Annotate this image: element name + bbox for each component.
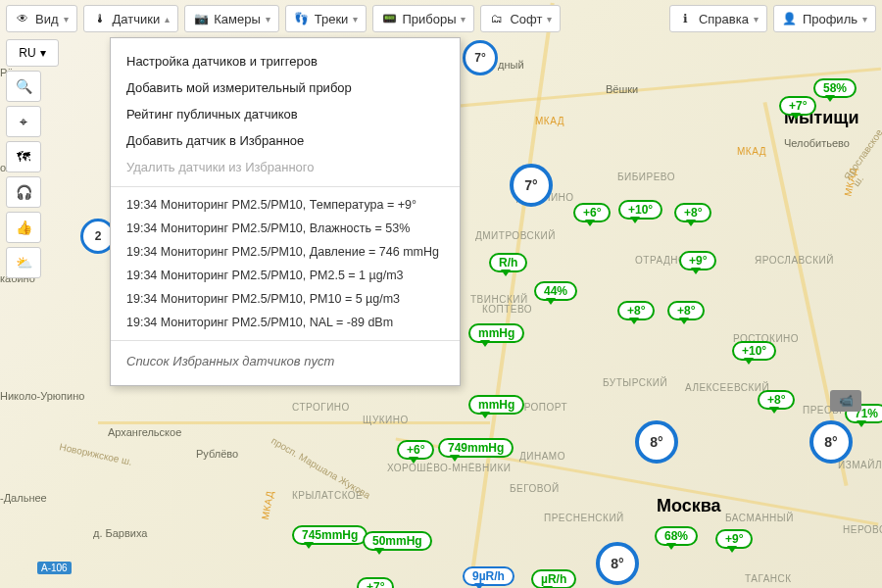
sensor-pill[interactable]: mmHg: [468, 323, 524, 343]
sensor-pill[interactable]: R/h: [489, 253, 527, 272]
language-selector[interactable]: RU▾: [6, 39, 59, 67]
support-button[interactable]: 🎧: [6, 176, 41, 208]
sensor-pill[interactable]: 745mmHg: [292, 525, 368, 545]
area-yarosl: ЯРОСЛАВСКИЙ: [755, 255, 834, 266]
stack-icon: 🗂: [489, 11, 505, 26]
footprints-icon: 👣: [294, 11, 310, 26]
separator: [111, 186, 460, 187]
chevron-up-icon: ▴: [165, 14, 170, 24]
sensor-pill[interactable]: 9µR/h: [463, 566, 514, 586]
help-menu-button[interactable]: ℹСправка▾: [669, 5, 767, 32]
chevron-down-icon: ▾: [754, 14, 759, 24]
sensor-circle[interactable]: 8°: [596, 542, 639, 585]
chevron-down-icon: ▾: [266, 14, 270, 24]
chevron-down-icon: ▾: [40, 46, 46, 60]
separator: [111, 340, 460, 341]
thermometer-icon: 🌡: [92, 11, 108, 26]
sensor-pill[interactable]: +6°: [573, 203, 611, 222]
like-button[interactable]: 👍: [6, 212, 41, 243]
menu-label: Камеры: [214, 12, 261, 26]
sensors-menu-button[interactable]: 🌡Датчики▴: [83, 5, 179, 32]
sensor-log-line: 19:34 Мониторинг PM2.5/PM10, PM10 = 5 µg…: [111, 287, 460, 311]
chevron-down-icon: ▾: [461, 14, 466, 24]
sensor-pill[interactable]: 58%: [813, 78, 857, 98]
road-shield-a106: А-106: [37, 562, 72, 574]
sensor-circle[interactable]: 7°: [510, 164, 553, 207]
sensor-pill[interactable]: 68%: [655, 526, 698, 546]
area-bibirevo: БИБИРЕВО: [617, 172, 675, 182]
sensor-pill[interactable]: +7°: [779, 96, 816, 116]
search-button[interactable]: 🔍: [6, 71, 41, 102]
label-mkad4: МКАД: [842, 167, 858, 198]
magnifier-icon: 🔍: [16, 78, 32, 94]
sensor-pill[interactable]: +10°: [618, 200, 662, 220]
sensor-pill[interactable]: 50mmHg: [363, 531, 432, 551]
eye-icon: 👁: [15, 11, 30, 26]
sensor-pill[interactable]: 749mmHg: [438, 438, 514, 458]
sensor-pill[interactable]: +8°: [617, 301, 655, 320]
sensor-pill[interactable]: 44%: [534, 281, 577, 301]
dropdown-item-rating[interactable]: Рейтинг публичных датчиков: [111, 101, 460, 127]
target-icon: ⌖: [20, 114, 27, 130]
camera-marker[interactable]: 📹: [830, 390, 861, 412]
sensor-circle[interactable]: 7°: [463, 40, 498, 75]
city-label-moscow: Москва: [657, 496, 721, 516]
cameras-menu-button[interactable]: 📷Камеры▾: [184, 5, 279, 32]
layers-icon: 🗺: [17, 149, 30, 165]
area-basman: БАСМАННЫЙ: [725, 513, 794, 523]
dropdown-item-configure[interactable]: Настройка датчиков и триггеров: [111, 48, 460, 74]
top-toolbar: 👁Вид▾ 🌡Датчики▴ 📷Камеры▾ 👣Треки▾ 📟Прибор…: [6, 5, 876, 32]
sensor-circle[interactable]: 8°: [809, 420, 853, 464]
place-nikolo: Николо-Урюпино: [0, 390, 84, 402]
dropdown-item-add-favorite[interactable]: Добавить датчик в Избранное: [111, 127, 460, 154]
sensor-log-line: 19:34 Мониторинг PM2.5/PM10, Температура…: [111, 193, 460, 217]
view-menu-button[interactable]: 👁Вид▾: [6, 5, 77, 32]
sensor-pill[interactable]: +6°: [397, 440, 434, 460]
area-krylat: КРЫЛАТСКОЕ: [292, 490, 363, 501]
device-icon: 📟: [381, 11, 397, 26]
devices-menu-button[interactable]: 📟Приборы▾: [372, 5, 474, 32]
sensor-pill[interactable]: mmHg: [468, 395, 524, 415]
sensor-log-line: 19:34 Мониторинг PM2.5/PM10, PM2.5 = 1 µ…: [111, 264, 460, 287]
sensor-pill[interactable]: +8°: [758, 390, 795, 410]
sensor-pill[interactable]: µR/h: [531, 569, 576, 588]
info-icon: ℹ: [678, 11, 694, 26]
sensor-pill[interactable]: +7°: [357, 577, 394, 588]
sensor-pill[interactable]: +9°: [715, 529, 753, 549]
label-mkad2: МКАД: [535, 116, 564, 126]
area-tagan: ТАГАНСК: [745, 573, 792, 584]
layers-button[interactable]: 🗺: [6, 141, 41, 172]
profile-menu-button[interactable]: 👤Профиль▾: [773, 5, 876, 32]
dropdown-item-add-device[interactable]: Добавить мой измерительный прибор: [111, 74, 460, 101]
chevron-down-icon: ▾: [547, 14, 552, 24]
area-begovoy: БЕГОВОЙ: [510, 483, 560, 494]
thumbs-up-icon: 👍: [16, 220, 32, 235]
area-strogino: СТРОГИНО: [292, 402, 350, 413]
dropdown-item-remove-favorite: Удалить датчики из Избранного: [111, 154, 460, 180]
sensor-pill[interactable]: +8°: [674, 203, 711, 222]
area-dmitrov: ДМИТРОВСКИЙ: [475, 230, 556, 241]
area-presn: ПРЕСНЕНСКИЙ: [544, 513, 624, 523]
place-chelobit: Челобитьево: [784, 137, 850, 149]
sensor-pill[interactable]: +8°: [667, 301, 705, 320]
left-tool-column: RU▾ 🔍 ⌖ 🗺 🎧 👍 ⛅: [6, 39, 59, 278]
menu-label: Справка: [699, 12, 749, 26]
area-tvinskiy: ТВИНСКИЙ: [470, 294, 528, 305]
sensor-log-line: 19:34 Мониторинг PM2.5/PM10, Влажность =…: [111, 217, 460, 240]
chevron-down-icon: ▾: [862, 14, 867, 24]
sensor-circle[interactable]: 8°: [635, 420, 678, 464]
place-rublevo: Рублёво: [196, 448, 238, 460]
place-dalnee: -Дальнее: [0, 492, 47, 504]
chevron-down-icon: ▾: [64, 14, 69, 24]
road-yarosh: Ярославское ш.: [842, 127, 882, 188]
soft-menu-button[interactable]: 🗂Софт▾: [480, 5, 561, 32]
sensor-pill[interactable]: +9°: [679, 251, 716, 270]
label-mkad1: МКАД: [737, 146, 766, 157]
locate-button[interactable]: ⌖: [6, 106, 41, 137]
headphones-icon: 🎧: [16, 184, 32, 200]
favorites-empty-label: Список Избранных датчиков пуст: [111, 347, 460, 375]
weather-icon: ⛅: [16, 255, 32, 270]
sensor-pill[interactable]: +10°: [732, 341, 776, 361]
weather-button[interactable]: ⛅: [6, 247, 41, 278]
tracks-menu-button[interactable]: 👣Треки▾: [285, 5, 368, 32]
